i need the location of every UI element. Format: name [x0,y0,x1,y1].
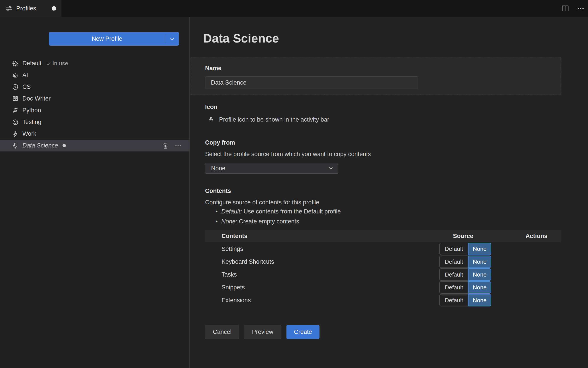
new-profile-label[interactable]: New Profile [49,32,165,46]
source-option-default[interactable]: Default [439,294,468,306]
table-row-settings: Settings Default None [205,242,561,255]
profile-item-cs[interactable]: CS [0,81,189,93]
contents-description: Configure source of contents for this pr… [205,199,319,206]
bullet-none: • None: Create empty contents [215,218,299,225]
new-profile-dropdown[interactable] [165,32,179,46]
table-row-keyboard-shortcuts: Keyboard Shortcuts Default None [205,255,561,268]
chevron-down-icon [328,166,334,171]
tab-title: Profiles [16,5,36,12]
source-option-none[interactable]: None [468,281,491,294]
tab-modified-dot[interactable] [52,6,56,11]
source-option-default[interactable]: Default [439,256,468,268]
book-icon [12,95,19,102]
profile-label: CS [22,83,31,90]
row-label: Settings [222,246,243,252]
profile-label: Python [22,107,41,114]
source-toggle: Default None [439,268,491,281]
sliders-icon [6,5,12,12]
table-row-tasks: Tasks Default None [205,268,561,281]
profile-label: AI [22,72,28,79]
profile-item-python[interactable]: Python [0,104,189,116]
microphone-icon[interactable] [208,116,214,124]
bullet-dot: • [215,208,221,215]
profile-modified-dot [63,144,66,147]
profiles-sidebar: New Profile Default In use AI CS [0,17,189,368]
profile-item-default[interactable]: Default In use [0,58,189,69]
column-header-contents: Contents [222,230,247,242]
in-use-badge: In use [46,60,68,67]
trash-icon [162,142,169,149]
check-icon [46,61,51,66]
bullet-default: • Default: Use contents from the Default… [215,208,341,215]
smiley-icon [12,119,19,126]
source-toggle: Default None [439,256,491,268]
microphone-icon [12,142,19,149]
source-toggle: Default None [439,294,491,306]
profile-name-input[interactable] [205,76,418,89]
snake-icon [12,107,19,114]
profile-icon-picker[interactable]: Profile icon to be shown in the activity… [208,115,329,124]
copy-from-select[interactable]: None [205,163,338,174]
row-label: Snippets [222,284,245,291]
contents-table: Settings Default None Keyboard Shortcuts… [205,242,561,307]
cancel-button[interactable]: Cancel [205,325,239,339]
shield-icon [12,84,19,90]
profiles-editor-window: Profiles New Profile Default [0,0,588,368]
profile-label: Testing [22,119,41,126]
profile-editor-pane: Data Science Name Icon Profile icon to b… [190,17,588,368]
profile-label: Default [22,60,41,67]
delete-profile-button[interactable] [162,142,169,149]
profile-item-testing[interactable]: Testing [0,116,189,128]
name-section: Name [190,57,561,95]
source-option-default[interactable]: Default [439,281,468,294]
copy-from-label: Copy from [205,139,235,146]
contents-table-header: Contents Source Actions [205,230,561,242]
copy-from-value: None [211,165,225,172]
source-option-default[interactable]: Default [439,243,468,255]
profile-item-work[interactable]: Work [0,128,189,140]
split-editor-icon[interactable] [561,5,569,12]
create-button[interactable]: Create [287,325,319,339]
ellipsis-icon [175,142,181,149]
name-label: Name [205,65,222,72]
bullet-dot: • [215,218,221,225]
page-title: Data Science [203,31,279,46]
icon-label: Icon [205,104,218,110]
more-actions-icon[interactable] [577,5,584,12]
row-label: Keyboard Shortcuts [222,258,274,265]
row-label: Tasks [222,271,237,278]
column-header-source: Source [453,230,473,242]
profile-label: Doc Writer [22,95,50,102]
profile-list: Default In use AI CS Doc Writer Pytho [0,58,189,151]
profile-row-actions [162,142,189,149]
copy-from-description: Select the profile source from which you… [205,151,371,158]
tab-bar: Profiles [0,0,588,17]
icon-description: Profile icon to be shown in the activity… [219,116,329,123]
source-toggle: Default None [439,281,491,294]
column-header-actions: Actions [525,230,547,242]
preview-button[interactable]: Preview [244,325,281,339]
source-option-none[interactable]: None [468,268,491,281]
profile-item-doc-writer[interactable]: Doc Writer [0,93,189,104]
source-option-none[interactable]: None [468,243,491,255]
table-row-extensions: Extensions Default None [205,294,561,307]
profile-label: Data Science [22,142,58,149]
profile-item-ai[interactable]: AI [0,69,189,81]
profile-item-data-science[interactable]: Data Science [0,140,189,151]
more-profile-actions-button[interactable] [175,142,181,149]
editor-actions [561,0,584,17]
source-option-none[interactable]: None [468,294,491,306]
source-toggle: Default None [439,243,491,255]
chevron-down-icon [169,36,175,42]
profile-label: Work [22,130,36,137]
source-option-default[interactable]: Default [439,268,468,281]
gear-icon [12,60,19,67]
lightning-icon [12,131,19,137]
robot-icon [12,72,19,79]
row-label: Extensions [222,297,251,304]
new-profile-button[interactable]: New Profile [49,32,179,46]
footer-actions: Cancel Preview Create [205,325,319,339]
tab-profiles[interactable]: Profiles [0,0,61,17]
table-row-snippets: Snippets Default None [205,281,561,294]
source-option-none[interactable]: None [468,256,491,268]
